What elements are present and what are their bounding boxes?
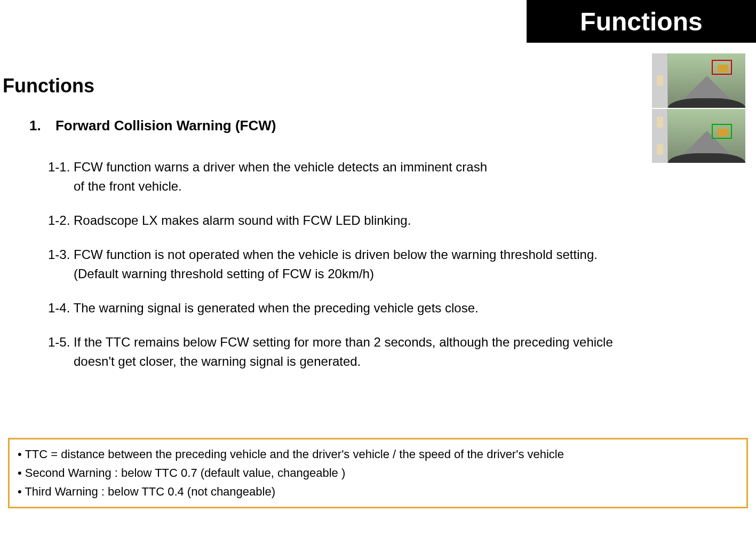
- item-1-4: 1-4. The warning signal is generated whe…: [48, 298, 745, 318]
- item-1-1: 1-1. FCW function warns a driver when th…: [48, 158, 745, 196]
- subsection-text: Forward Collision Warning (FCW): [55, 117, 276, 133]
- item-1-3: 1-3. FCW function is not operated when t…: [48, 245, 745, 284]
- vehicle-icon: [718, 129, 728, 136]
- subsection-number: 1.: [29, 117, 41, 134]
- subsection-title: 1. Forward Collision Warning (FCW): [29, 117, 276, 134]
- fcw-scene-safe: [652, 109, 745, 163]
- ttc-info-box: • TTC = distance between the preceding v…: [8, 438, 748, 508]
- detection-box-red-icon: [712, 60, 732, 75]
- fcw-scene-danger: [652, 53, 745, 108]
- item-1-3-cont: (Default warning threshold setting of FC…: [48, 264, 745, 284]
- lane-overhead: [652, 109, 668, 163]
- forward-view: [668, 109, 745, 163]
- lane-car-icon: [657, 144, 663, 155]
- item-1-5-cont: doesn't get closer, the warning signal i…: [48, 352, 745, 371]
- info-line-second-warning: • Second Warning : below TTC 0.7 (defaul…: [18, 463, 738, 482]
- header-banner: Functions: [527, 0, 756, 43]
- info-line-ttc: • TTC = distance between the preceding v…: [18, 445, 738, 463]
- header-banner-text: Functions: [580, 7, 702, 36]
- vehicle-icon: [718, 65, 728, 72]
- fcw-illustration: [652, 53, 745, 163]
- detection-box-green-icon: [712, 124, 732, 139]
- item-1-3-text: 1-3. FCW function is not operated when t…: [48, 245, 745, 264]
- lane-car-icon: [657, 117, 663, 128]
- item-1-2: 1-2. Roadscope LX makes alarm sound with…: [48, 211, 745, 230]
- lane-car-icon: [657, 75, 663, 86]
- item-1-5-text: 1-5. If the TTC remains below FCW settin…: [48, 333, 745, 352]
- item-1-5: 1-5. If the TTC remains below FCW settin…: [48, 333, 745, 371]
- item-1-1-text: 1-1. FCW function warns a driver when th…: [48, 158, 745, 177]
- section-title: Functions: [3, 75, 94, 97]
- content-area: 1-1. FCW function warns a driver when th…: [48, 158, 745, 386]
- lane-overhead: [652, 53, 668, 108]
- forward-view: [668, 53, 745, 108]
- item-1-1-cont: of the front vehicle.: [48, 177, 745, 196]
- info-line-third-warning: • Third Warning : below TTC 0.4 (not cha…: [18, 482, 738, 501]
